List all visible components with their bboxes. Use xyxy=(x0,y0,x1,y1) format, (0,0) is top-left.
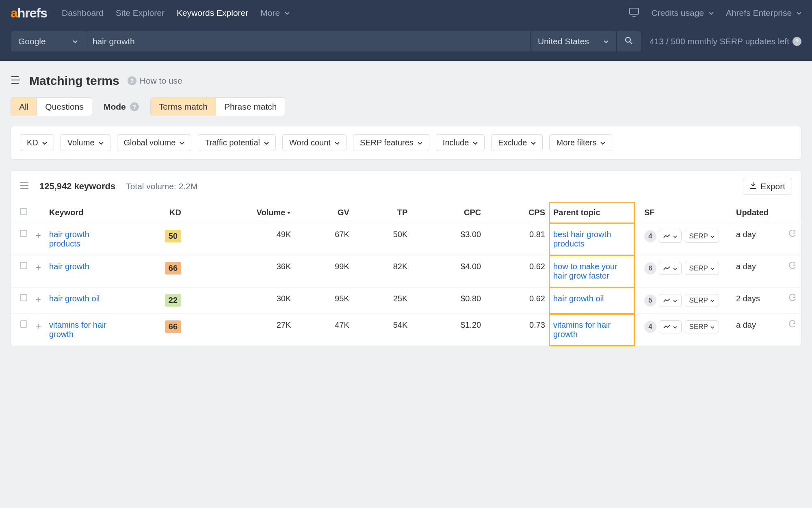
filter-exclude[interactable]: Exclude xyxy=(491,134,543,151)
sf-count-badge[interactable]: 4 xyxy=(644,321,656,333)
nav-keywords-explorer[interactable]: Keywords Explorer xyxy=(177,8,248,18)
filter-word-count[interactable]: Word count xyxy=(282,134,346,151)
cell-updated: a day xyxy=(732,314,785,346)
kd-badge: 22 xyxy=(165,294,181,307)
parent-topic-link[interactable]: hair growth oil xyxy=(553,294,604,303)
sf-count-badge[interactable]: 5 xyxy=(644,294,656,307)
keyword-link[interactable]: hair growth xyxy=(49,262,89,271)
content: Matching terms ? How to use All Question… xyxy=(0,61,812,359)
keyword-link[interactable]: hair growth oil xyxy=(49,294,100,303)
results-table: 125,942 keywords Total volume: 2.2M Expo… xyxy=(11,170,801,346)
serp-dropdown[interactable]: SERP xyxy=(685,294,719,307)
serp-dropdown[interactable]: SERP xyxy=(685,230,719,243)
caret-down-icon xyxy=(673,264,677,272)
filter-serp-features[interactable]: SERP features xyxy=(353,134,429,151)
trend-dropdown[interactable] xyxy=(659,230,682,243)
row-checkbox[interactable] xyxy=(20,320,27,328)
refresh-icon[interactable] xyxy=(789,320,796,329)
trend-dropdown[interactable] xyxy=(659,320,682,333)
col-gv[interactable]: GV xyxy=(295,202,353,223)
tab-questions[interactable]: Questions xyxy=(37,98,92,116)
cell-updated: 2 days xyxy=(732,288,785,314)
logo[interactable]: ahrefs xyxy=(11,6,47,21)
filter-traffic-potential[interactable]: Traffic potential xyxy=(198,134,276,151)
monitor-icon[interactable] xyxy=(629,8,639,19)
cell-tp: 50K xyxy=(353,223,412,255)
credits-usage[interactable]: Credits usage xyxy=(651,8,713,18)
keyword-link[interactable]: hair growth products xyxy=(49,230,89,248)
col-kd[interactable]: KD xyxy=(122,202,185,223)
caret-down-icon xyxy=(710,323,715,331)
filter-volume[interactable]: Volume xyxy=(61,134,110,151)
nav-dashboard[interactable]: Dashboard xyxy=(62,8,104,18)
filter-more[interactable]: More filters xyxy=(549,134,612,151)
col-cpc[interactable]: CPC xyxy=(411,202,485,223)
table-row: +hair growth oil2230K95K25K$0.800.62hair… xyxy=(11,288,801,314)
cell-cpc: $0.80 xyxy=(411,288,485,314)
row-checkbox[interactable] xyxy=(20,294,27,301)
sf-count-badge[interactable]: 4 xyxy=(644,230,656,242)
serp-dropdown[interactable]: SERP xyxy=(685,320,719,333)
trend-dropdown[interactable] xyxy=(659,294,682,307)
keyword-link[interactable]: vitamins for hair growth xyxy=(49,320,106,339)
refresh-icon[interactable] xyxy=(789,230,796,239)
parent-topic-link[interactable]: how to make your hair grow faster xyxy=(553,262,617,280)
how-to-use-label: How to use xyxy=(140,76,182,86)
col-keyword[interactable]: Keyword xyxy=(45,202,122,223)
filter-kd[interactable]: KD xyxy=(20,134,54,151)
title-bar: Matching terms ? How to use xyxy=(11,74,801,88)
cell-cps: 0.73 xyxy=(485,314,549,346)
country-select[interactable]: United States xyxy=(530,31,616,52)
help-icon[interactable]: ? xyxy=(793,37,801,46)
col-sf[interactable]: SF xyxy=(634,202,732,223)
select-all-checkbox[interactable] xyxy=(20,208,27,215)
sf-count-badge[interactable]: 6 xyxy=(644,262,656,275)
tab-phrase-match[interactable]: Phrase match xyxy=(216,98,285,116)
trend-dropdown[interactable] xyxy=(659,262,682,275)
sidebar-toggle-icon[interactable] xyxy=(11,76,21,86)
list-view-icon[interactable] xyxy=(20,182,29,191)
col-updated[interactable]: Updated xyxy=(732,202,785,223)
cell-gv: 99K xyxy=(295,255,353,288)
row-checkbox[interactable] xyxy=(20,230,27,237)
kd-badge: 50 xyxy=(165,230,181,242)
nav-more[interactable]: More xyxy=(260,8,290,18)
refresh-icon[interactable] xyxy=(789,262,796,271)
filter-include[interactable]: Include xyxy=(436,134,485,151)
parent-topic-link[interactable]: best hair growth products xyxy=(553,230,611,248)
serp-label: SERP xyxy=(689,264,708,272)
caret-down-icon xyxy=(673,323,677,331)
caret-down-icon xyxy=(418,138,422,147)
export-button[interactable]: Export xyxy=(743,178,792,195)
refresh-icon[interactable] xyxy=(789,294,796,303)
nav-right: Credits usage Ahrefs Enterprise xyxy=(629,8,801,19)
tab-terms-match[interactable]: Terms match xyxy=(151,98,216,116)
nav-site-explorer[interactable]: Site Explorer xyxy=(116,8,165,18)
search-button[interactable] xyxy=(616,31,641,52)
expand-row-icon[interactable]: + xyxy=(35,294,41,305)
col-parent-topic[interactable]: Parent topic xyxy=(549,202,634,223)
col-tp[interactable]: TP xyxy=(353,202,412,223)
caret-down-icon xyxy=(180,138,184,147)
filter-global-volume[interactable]: Global volume xyxy=(117,134,192,151)
col-cps[interactable]: CPS xyxy=(485,202,549,223)
help-icon[interactable]: ? xyxy=(130,102,139,111)
trend-icon xyxy=(663,232,671,240)
cell-gv: 67K xyxy=(295,223,353,255)
engine-select[interactable]: Google xyxy=(11,31,85,52)
keyword-input[interactable] xyxy=(93,37,522,46)
col-volume[interactable]: Volume xyxy=(185,202,295,223)
enterprise-label: Ahrefs Enterprise xyxy=(726,8,792,17)
cell-tp: 25K xyxy=(353,288,412,314)
ahrefs-enterprise[interactable]: Ahrefs Enterprise xyxy=(726,8,801,18)
expand-row-icon[interactable]: + xyxy=(35,262,41,273)
expand-row-icon[interactable]: + xyxy=(35,320,41,331)
cell-gv: 95K xyxy=(295,288,353,314)
tab-all[interactable]: All xyxy=(11,98,37,116)
parent-topic-link[interactable]: vitamins for hair growth xyxy=(553,320,611,339)
how-to-use-link[interactable]: ? How to use xyxy=(128,76,182,86)
row-checkbox[interactable] xyxy=(20,262,27,269)
expand-row-icon[interactable]: + xyxy=(35,230,41,241)
tab-group-scope: All Questions xyxy=(11,97,92,116)
serp-dropdown[interactable]: SERP xyxy=(685,262,719,275)
